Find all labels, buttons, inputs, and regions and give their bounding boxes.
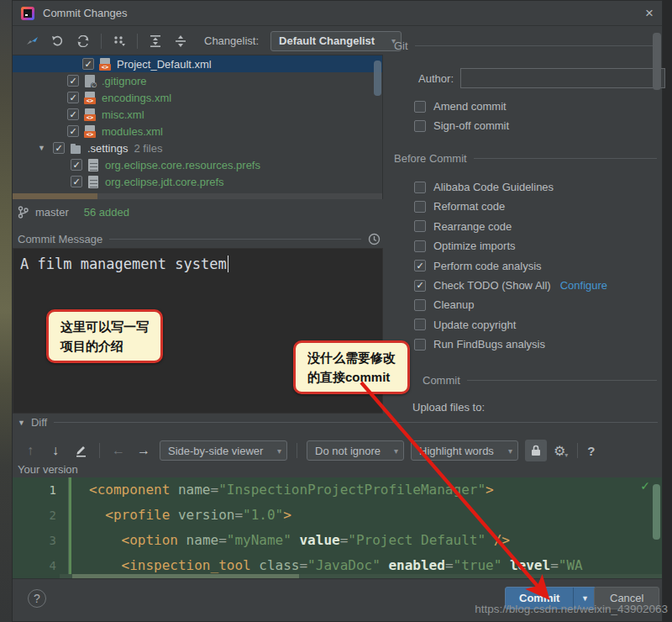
inspection-ok-check-icon: ✓: [640, 479, 650, 493]
checkbox[interactable]: ✓: [82, 58, 94, 70]
history-clock-icon[interactable]: [368, 233, 381, 245]
branch-status-row: master 56 added: [18, 203, 129, 220]
diff-settings-gear-icon[interactable]: ⚙▾: [554, 443, 568, 459]
tree-row[interactable]: ✓∅.gitignore: [13, 72, 382, 89]
help-icon[interactable]: ?: [28, 589, 46, 608]
jump-to-source-pencil-icon[interactable]: [71, 444, 90, 457]
show-diff-icon[interactable]: [23, 32, 43, 50]
next-difference-icon[interactable]: ↓: [46, 443, 65, 458]
checkbox[interactable]: [414, 201, 426, 213]
tree-row[interactable]: ✓<>Project_Default.xml: [13, 55, 382, 72]
tree-row[interactable]: ✓<>encodings.xml: [13, 89, 382, 106]
checkbox[interactable]: [414, 319, 426, 330]
option-row[interactable]: Optimize imports: [414, 236, 516, 256]
group-by-icon[interactable]: [109, 32, 129, 50]
tree-horizontal-scrollbar-thumb[interactable]: [13, 193, 97, 199]
previous-difference-icon[interactable]: ↑: [21, 443, 39, 458]
tree-row[interactable]: ▼✓.settings2 files: [13, 140, 382, 156]
after-commit-section-header: Commit: [423, 374, 657, 387]
your-version-label: Your version: [18, 463, 78, 476]
checkbox[interactable]: ✓: [67, 125, 79, 137]
configure-link[interactable]: Configure: [560, 279, 607, 292]
tree-expander-icon[interactable]: ▼: [38, 144, 45, 152]
intellij-app-icon: [21, 7, 34, 20]
option-row[interactable]: ✓Perform code analysis: [414, 256, 542, 276]
rollback-icon[interactable]: [48, 32, 68, 50]
author-label: Author:: [388, 72, 454, 85]
file-name: misc.xml: [102, 108, 144, 121]
toolbar-separator: [137, 34, 138, 49]
tree-row[interactable]: ✓<>misc.xml: [13, 106, 382, 123]
collapse-all-icon[interactable]: [171, 32, 191, 50]
checkbox[interactable]: [414, 220, 426, 232]
file-name: modules.xml: [102, 125, 163, 138]
option-row[interactable]: Update copyright: [414, 315, 516, 335]
option-label: Amend commit: [433, 100, 507, 113]
panel-vertical-scrollbar-thumb[interactable]: [653, 33, 661, 90]
toolbar-separator: [101, 34, 102, 49]
line-number: 1: [13, 483, 68, 497]
checkbox[interactable]: ✓: [67, 108, 79, 120]
disable-editing-lock-icon[interactable]: [525, 440, 547, 461]
changelist-dropdown[interactable]: Default Changelist ▾: [270, 31, 402, 51]
checkbox[interactable]: [414, 339, 426, 351]
option-row[interactable]: Reformat code: [414, 197, 505, 216]
option-row[interactable]: Cleanup: [414, 295, 474, 314]
option-row[interactable]: Rearrange code: [414, 217, 512, 236]
prefs-file-icon: [87, 159, 99, 171]
before-commit-section-header: Before Commit: [394, 152, 657, 165]
code-line: 3 <option name="myName" value="Project D…: [13, 528, 662, 553]
added-files-count: 56 added: [84, 206, 129, 219]
checkbox[interactable]: ✓: [67, 75, 79, 87]
option-label: Perform code analysis: [433, 260, 542, 272]
option-row[interactable]: ✓Check TODO (Show All)Configure: [414, 276, 607, 295]
tree-row[interactable]: ✓org.eclipse.core.resources.prefs: [13, 156, 382, 173]
checkbox[interactable]: ✓: [71, 159, 82, 171]
diff-code-viewer[interactable]: 1<component name="InspectionProjectProfi…: [13, 477, 662, 581]
git-section-header: Git: [394, 40, 657, 52]
option-label: Cleanup: [433, 298, 474, 311]
checkbox[interactable]: ✓: [67, 92, 79, 103]
line-number: 4: [13, 559, 68, 572]
tree-vertical-scrollbar-thumb[interactable]: [374, 61, 381, 96]
checkbox[interactable]: [414, 182, 426, 193]
tree-row[interactable]: ✓org.eclipse.jdt.core.prefs: [13, 173, 382, 190]
refresh-icon[interactable]: [73, 32, 93, 50]
tree-row[interactable]: ✓<>modules.xml: [13, 123, 382, 140]
checkbox[interactable]: [414, 120, 426, 132]
file-name: org.eclipse.jdt.core.prefs: [105, 176, 224, 188]
checkbox[interactable]: ✓: [414, 280, 426, 292]
option-row[interactable]: Amend commit: [414, 97, 507, 116]
checkbox[interactable]: [414, 299, 426, 311]
checkbox[interactable]: [414, 101, 426, 113]
changelist-label: Changelist:: [204, 34, 259, 47]
highlight-mode-dropdown[interactable]: Highlight words ▾: [411, 440, 518, 461]
diff-help-icon[interactable]: ?: [587, 444, 595, 458]
option-row[interactable]: Sign-off commit: [414, 116, 509, 135]
code-lines: 1<component name="InspectionProjectProfi…: [13, 477, 662, 578]
expand-all-icon[interactable]: [145, 32, 165, 50]
option-label: Update copyright: [433, 319, 516, 331]
viewer-mode-dropdown[interactable]: Side-by-side viewer ▾: [160, 440, 287, 461]
whitespace-policy-dropdown[interactable]: Do not ignore ▾: [307, 440, 404, 461]
code-line: 2 <profile version="1.0">: [13, 503, 662, 528]
option-label: Rearrange code: [433, 220, 512, 233]
author-input[interactable]: [460, 68, 665, 88]
checkbox[interactable]: ✓: [71, 176, 82, 187]
commit-message-text: A film management system: [20, 256, 228, 272]
checkbox[interactable]: [414, 240, 426, 252]
checkbox[interactable]: ✓: [414, 260, 426, 271]
desktop-background-right: [663, 0, 672, 622]
checkbox[interactable]: ✓: [53, 142, 65, 154]
close-icon[interactable]: ×: [645, 6, 654, 20]
next-change-icon[interactable]: →: [134, 443, 153, 458]
chevron-down-icon: ▾: [394, 446, 398, 456]
option-row[interactable]: Alibaba Code Guidelines: [414, 177, 554, 197]
option-row[interactable]: Run FindBugs analysis: [414, 335, 545, 354]
git-branch-icon: [18, 206, 29, 219]
collapse-diff-icon[interactable]: ▼: [18, 419, 25, 427]
added-lines-gutter-marker: [69, 477, 71, 581]
previous-change-icon[interactable]: ←: [109, 443, 128, 458]
chevron-down-icon: ▾: [277, 446, 281, 456]
code-vertical-scrollbar-thumb[interactable]: [653, 484, 660, 540]
